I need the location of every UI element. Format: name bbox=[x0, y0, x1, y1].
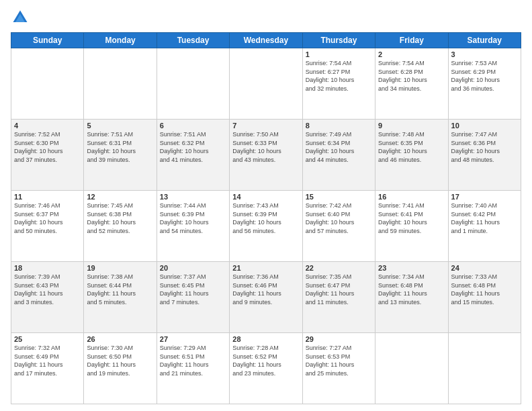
day-number: 5 bbox=[87, 122, 153, 130]
day-info: Sunrise: 7:54 AMSunset: 6:28 PMDaylight:… bbox=[378, 59, 445, 93]
header bbox=[11, 8, 521, 27]
calendar-cell: 6Sunrise: 7:51 AMSunset: 6:32 PMDaylight… bbox=[157, 120, 229, 191]
day-number: 7 bbox=[232, 122, 299, 130]
day-number: 10 bbox=[451, 122, 518, 130]
logo-icon bbox=[11, 8, 30, 27]
day-info: Sunrise: 7:28 AMSunset: 6:52 PMDaylight:… bbox=[232, 344, 299, 377]
day-number: 17 bbox=[451, 193, 518, 201]
calendar-cell: 10Sunrise: 7:47 AMSunset: 6:36 PMDayligh… bbox=[448, 120, 521, 191]
day-number: 27 bbox=[160, 335, 226, 343]
weekday-header-tuesday: Tuesday bbox=[157, 33, 229, 48]
day-info: Sunrise: 7:43 AMSunset: 6:39 PMDaylight:… bbox=[232, 201, 299, 235]
calendar-cell: 28Sunrise: 7:28 AMSunset: 6:52 PMDayligh… bbox=[230, 333, 302, 404]
day-number: 15 bbox=[306, 193, 372, 201]
day-number: 18 bbox=[14, 264, 81, 272]
calendar-cell: 26Sunrise: 7:30 AMSunset: 6:50 PMDayligh… bbox=[84, 333, 157, 404]
day-info: Sunrise: 7:34 AMSunset: 6:48 PMDaylight:… bbox=[378, 273, 445, 306]
weekday-header-thursday: Thursday bbox=[302, 33, 375, 48]
calendar-cell: 23Sunrise: 7:34 AMSunset: 6:48 PMDayligh… bbox=[375, 262, 448, 333]
calendar-cell bbox=[448, 333, 521, 404]
calendar-week-row: 25Sunrise: 7:32 AMSunset: 6:49 PMDayligh… bbox=[11, 333, 521, 404]
calendar-cell bbox=[375, 333, 448, 404]
day-info: Sunrise: 7:30 AMSunset: 6:50 PMDaylight:… bbox=[87, 344, 153, 377]
calendar-cell: 9Sunrise: 7:48 AMSunset: 6:35 PMDaylight… bbox=[375, 120, 448, 191]
day-info: Sunrise: 7:48 AMSunset: 6:35 PMDaylight:… bbox=[378, 130, 445, 164]
day-number: 8 bbox=[306, 122, 372, 130]
day-number: 4 bbox=[14, 122, 81, 130]
weekday-header-sunday: Sunday bbox=[11, 33, 84, 48]
day-info: Sunrise: 7:42 AMSunset: 6:40 PMDaylight:… bbox=[306, 201, 372, 235]
day-number: 29 bbox=[306, 335, 372, 343]
day-info: Sunrise: 7:39 AMSunset: 6:43 PMDaylight:… bbox=[14, 273, 81, 306]
calendar-cell: 22Sunrise: 7:35 AMSunset: 6:47 PMDayligh… bbox=[302, 262, 375, 333]
day-info: Sunrise: 7:54 AMSunset: 6:27 PMDaylight:… bbox=[306, 59, 372, 93]
day-number: 24 bbox=[451, 264, 518, 272]
weekday-header-monday: Monday bbox=[84, 33, 157, 48]
calendar-cell: 17Sunrise: 7:40 AMSunset: 6:42 PMDayligh… bbox=[448, 191, 521, 262]
day-info: Sunrise: 7:45 AMSunset: 6:38 PMDaylight:… bbox=[87, 201, 153, 235]
logo bbox=[11, 8, 32, 27]
calendar-cell: 24Sunrise: 7:33 AMSunset: 6:48 PMDayligh… bbox=[448, 262, 521, 333]
calendar-cell: 19Sunrise: 7:38 AMSunset: 6:44 PMDayligh… bbox=[84, 262, 157, 333]
day-number: 25 bbox=[14, 335, 81, 343]
calendar-cell: 29Sunrise: 7:27 AMSunset: 6:53 PMDayligh… bbox=[302, 333, 375, 404]
weekday-header-friday: Friday bbox=[375, 33, 448, 48]
day-info: Sunrise: 7:35 AMSunset: 6:47 PMDaylight:… bbox=[306, 273, 372, 306]
day-info: Sunrise: 7:32 AMSunset: 6:49 PMDaylight:… bbox=[14, 344, 81, 377]
day-info: Sunrise: 7:44 AMSunset: 6:39 PMDaylight:… bbox=[160, 201, 226, 235]
calendar-cell: 12Sunrise: 7:45 AMSunset: 6:38 PMDayligh… bbox=[84, 191, 157, 262]
calendar-cell bbox=[84, 48, 157, 120]
calendar-cell: 11Sunrise: 7:46 AMSunset: 6:37 PMDayligh… bbox=[11, 191, 84, 262]
calendar-cell: 13Sunrise: 7:44 AMSunset: 6:39 PMDayligh… bbox=[157, 191, 229, 262]
calendar-week-row: 1Sunrise: 7:54 AMSunset: 6:27 PMDaylight… bbox=[11, 48, 521, 120]
day-number: 2 bbox=[378, 50, 445, 58]
day-number: 12 bbox=[87, 193, 153, 201]
day-number: 20 bbox=[160, 264, 226, 272]
day-info: Sunrise: 7:41 AMSunset: 6:41 PMDaylight:… bbox=[378, 201, 445, 235]
day-number: 22 bbox=[306, 264, 372, 272]
calendar-cell bbox=[157, 48, 229, 120]
day-number: 26 bbox=[87, 335, 153, 343]
weekday-header-wednesday: Wednesday bbox=[230, 33, 302, 48]
calendar-week-row: 4Sunrise: 7:52 AMSunset: 6:30 PMDaylight… bbox=[11, 120, 521, 191]
day-number: 19 bbox=[87, 264, 153, 272]
page: SundayMondayTuesdayWednesdayThursdayFrid… bbox=[0, 0, 532, 411]
day-info: Sunrise: 7:46 AMSunset: 6:37 PMDaylight:… bbox=[14, 201, 81, 235]
day-info: Sunrise: 7:47 AMSunset: 6:36 PMDaylight:… bbox=[451, 130, 518, 164]
calendar-cell: 5Sunrise: 7:51 AMSunset: 6:31 PMDaylight… bbox=[84, 120, 157, 191]
day-number: 14 bbox=[232, 193, 299, 201]
day-number: 21 bbox=[232, 264, 299, 272]
calendar-cell: 1Sunrise: 7:54 AMSunset: 6:27 PMDaylight… bbox=[302, 48, 375, 120]
calendar-cell: 16Sunrise: 7:41 AMSunset: 6:41 PMDayligh… bbox=[375, 191, 448, 262]
day-info: Sunrise: 7:51 AMSunset: 6:31 PMDaylight:… bbox=[87, 130, 153, 164]
weekday-header-row: SundayMondayTuesdayWednesdayThursdayFrid… bbox=[11, 33, 521, 48]
day-info: Sunrise: 7:53 AMSunset: 6:29 PMDaylight:… bbox=[451, 59, 518, 93]
calendar-cell: 25Sunrise: 7:32 AMSunset: 6:49 PMDayligh… bbox=[11, 333, 84, 404]
day-info: Sunrise: 7:27 AMSunset: 6:53 PMDaylight:… bbox=[306, 344, 372, 377]
calendar-cell: 7Sunrise: 7:50 AMSunset: 6:33 PMDaylight… bbox=[230, 120, 302, 191]
calendar-cell: 2Sunrise: 7:54 AMSunset: 6:28 PMDaylight… bbox=[375, 48, 448, 120]
day-info: Sunrise: 7:52 AMSunset: 6:30 PMDaylight:… bbox=[14, 130, 81, 164]
day-info: Sunrise: 7:33 AMSunset: 6:48 PMDaylight:… bbox=[451, 273, 518, 306]
day-number: 3 bbox=[451, 50, 518, 58]
day-number: 13 bbox=[160, 193, 226, 201]
day-info: Sunrise: 7:38 AMSunset: 6:44 PMDaylight:… bbox=[87, 273, 153, 306]
day-number: 28 bbox=[232, 335, 299, 343]
day-info: Sunrise: 7:36 AMSunset: 6:46 PMDaylight:… bbox=[232, 273, 299, 306]
calendar-cell: 15Sunrise: 7:42 AMSunset: 6:40 PMDayligh… bbox=[302, 191, 375, 262]
calendar-cell: 20Sunrise: 7:37 AMSunset: 6:45 PMDayligh… bbox=[157, 262, 229, 333]
day-number: 16 bbox=[378, 193, 445, 201]
weekday-header-saturday: Saturday bbox=[448, 33, 521, 48]
day-number: 23 bbox=[378, 264, 445, 272]
calendar-week-row: 11Sunrise: 7:46 AMSunset: 6:37 PMDayligh… bbox=[11, 191, 521, 262]
calendar-cell bbox=[11, 48, 84, 120]
day-number: 6 bbox=[160, 122, 226, 130]
calendar-table: SundayMondayTuesdayWednesdayThursdayFrid… bbox=[11, 32, 521, 404]
day-number: 9 bbox=[378, 122, 445, 130]
calendar-cell: 3Sunrise: 7:53 AMSunset: 6:29 PMDaylight… bbox=[448, 48, 521, 120]
day-number: 1 bbox=[306, 50, 372, 58]
calendar-cell: 27Sunrise: 7:29 AMSunset: 6:51 PMDayligh… bbox=[157, 333, 229, 404]
day-number: 11 bbox=[14, 193, 81, 201]
day-info: Sunrise: 7:50 AMSunset: 6:33 PMDaylight:… bbox=[232, 130, 299, 164]
day-info: Sunrise: 7:51 AMSunset: 6:32 PMDaylight:… bbox=[160, 130, 226, 164]
